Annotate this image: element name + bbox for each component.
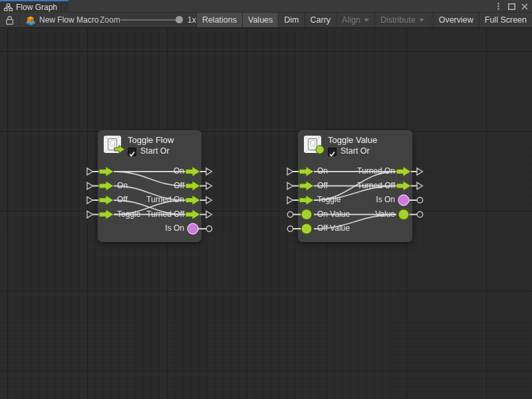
port-label-is-on: Is On: [309, 195, 395, 204]
port-label-on: On: [98, 166, 184, 176]
zoom-label: Zoom: [100, 13, 120, 27]
node-title: Toggle Value: [328, 135, 377, 145]
lock-icon[interactable]: [5, 15, 14, 25]
flow-graph-window: Flow Graph New Flow M: [0, 0, 532, 399]
toolbar-button-distribute: Distribute: [374, 13, 430, 27]
port-label-turned-off: Turned Off: [98, 209, 184, 219]
toolbar-button-carry[interactable]: Carry: [305, 13, 336, 27]
tab-bar: Flow Graph: [0, 0, 532, 13]
port-label-turned-on: Turned On: [309, 166, 395, 176]
start-or-label: Start Or: [140, 146, 170, 156]
port-label-is-on: Is On: [98, 223, 184, 233]
toolbar-button-group: RelationsValuesDimCarryAlignDistributeOv…: [196, 13, 532, 27]
toolbar-button-relations[interactable]: Relations: [196, 13, 242, 27]
toolbar-button-label: Dim: [284, 13, 299, 27]
zoom-slider-handle[interactable]: [176, 16, 183, 23]
toggle-switch-icon: [104, 136, 121, 153]
graph-toolbar: New Flow Macro Zoom 1x RelationsValuesDi…: [0, 13, 532, 28]
chevron-down-icon: [419, 19, 424, 22]
zoom-slider-track[interactable]: [120, 19, 180, 21]
toolbar-button-full-screen[interactable]: Full Screen: [479, 13, 532, 27]
start-or-checkbox[interactable]: [128, 148, 136, 156]
toolbar-button-label: Values: [248, 13, 273, 27]
toggle-switch-icon: [304, 136, 321, 153]
port-label-off: Off: [98, 181, 184, 190]
graph-canvas[interactable]: Toggle FlowStart OrOnOffToggleOnOffTurne…: [0, 28, 532, 399]
toolbar-button-label: Relations: [202, 13, 237, 27]
toolbar-button-label: Carry: [311, 13, 331, 27]
port-label-turned-on: Turned On: [98, 195, 184, 204]
node-title: Toggle Flow: [128, 135, 174, 145]
chevron-down-icon: [364, 19, 369, 22]
flow-graph-icon: [4, 3, 13, 11]
toolbar-button-label: Full Screen: [485, 13, 527, 27]
port-label-value: Value: [309, 209, 395, 219]
port-label-turned-off: Turned Off: [309, 181, 395, 190]
toolbar-button-label: Align: [342, 13, 360, 27]
toolbar-button-label: Distribute: [380, 13, 416, 27]
toolbar-button-dim[interactable]: Dim: [278, 13, 304, 27]
start-or-checkbox[interactable]: [328, 148, 336, 156]
toolbar-button-overview[interactable]: Overview: [433, 13, 479, 27]
window-menu-button[interactable]: [493, 1, 503, 11]
toolbar-button-align: Align: [336, 13, 374, 27]
toolbar-button-values[interactable]: Values: [242, 13, 278, 27]
tab-title: Flow Graph: [16, 3, 57, 12]
window-close-button[interactable]: [519, 1, 530, 11]
port-label-off-value: Off Value: [317, 223, 350, 233]
toolbar-button-label: Overview: [439, 13, 473, 27]
macro-name[interactable]: New Flow Macro: [39, 13, 98, 27]
flow-macro-icon[interactable]: [25, 15, 37, 26]
flow-badge-icon: [114, 144, 126, 157]
window-maximize-button[interactable]: [506, 1, 517, 11]
toolbar-divider: [19, 14, 19, 26]
zoom-value: 1x: [188, 13, 196, 27]
value-badge-icon: [314, 144, 326, 157]
start-or-label: Start Or: [340, 146, 370, 156]
tab-flow-graph[interactable]: Flow Graph: [0, 0, 68, 13]
